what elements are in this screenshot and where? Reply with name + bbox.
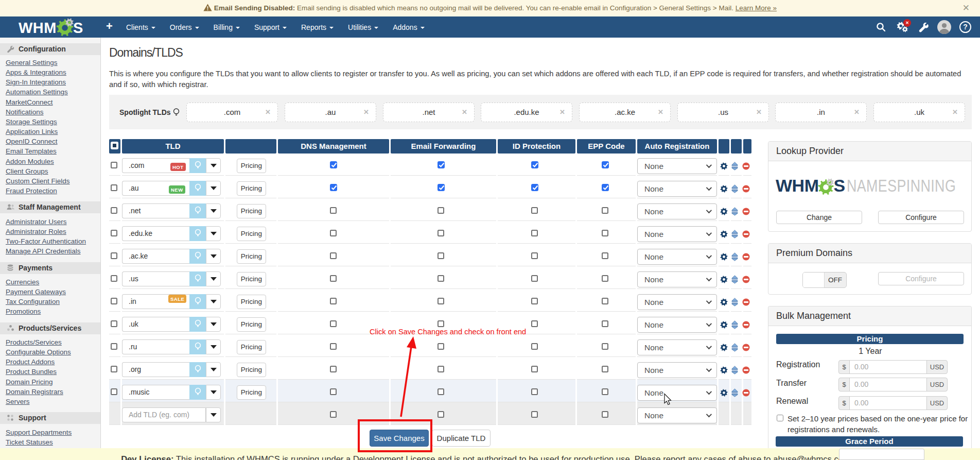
svg-text:Click on Save Changes and chec: Click on Save Changes and check on front… [370,328,526,336]
